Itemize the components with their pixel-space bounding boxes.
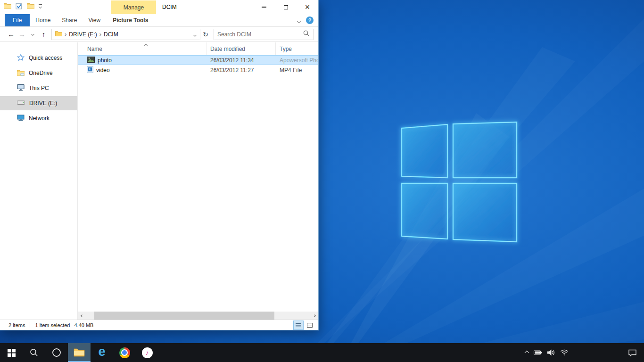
- explorer-window: Manage DCIM × File Home Share View Pictu…: [0, 0, 318, 330]
- column-header-type[interactable]: Type: [276, 42, 318, 55]
- tab-home[interactable]: Home: [30, 14, 56, 26]
- view-toggles: [294, 321, 314, 329]
- monitor-icon: [17, 84, 25, 92]
- close-button[interactable]: ×: [297, 0, 318, 14]
- scroll-left-icon[interactable]: [78, 312, 86, 320]
- sidebar-item-network[interactable]: Network: [0, 111, 77, 125]
- battery-icon[interactable]: [534, 350, 542, 355]
- itunes-taskbar-button[interactable]: ♪: [136, 343, 158, 362]
- sidebar-item-label: This PC: [29, 85, 49, 91]
- breadcrumb-drive[interactable]: DRIVE (E:): [69, 31, 97, 38]
- show-hidden-icons-chevron-icon[interactable]: [525, 351, 528, 354]
- status-bar: 2 items 1 item selected 4.40 MB: [0, 320, 318, 330]
- file-type-cell: Apowersoft Pho: [276, 57, 318, 64]
- back-button[interactable]: ←: [6, 30, 17, 38]
- recent-locations-caret-icon[interactable]: [27, 33, 38, 35]
- help-icon[interactable]: ?: [306, 16, 314, 24]
- system-tray: [525, 349, 569, 356]
- file-list-pane: Name Date modified Type photo 26/03/2012…: [78, 42, 318, 320]
- action-center-icon: [628, 349, 636, 356]
- sidebar-item-this-pc[interactable]: This PC: [0, 81, 77, 95]
- scrollbar-thumb[interactable]: [94, 312, 274, 320]
- file-type-cell: MP4 File: [276, 67, 318, 74]
- breadcrumb-separator-icon: ›: [99, 31, 101, 38]
- address-box[interactable]: › DRIVE (E:) › DCIM: [51, 29, 200, 40]
- itunes-icon: ♪: [142, 347, 153, 358]
- up-button[interactable]: ↑: [38, 30, 49, 38]
- file-name: video: [96, 67, 110, 74]
- selection-size: 4.40 MB: [74, 322, 93, 328]
- window-title: DCIM: [162, 4, 177, 10]
- contextual-tab-group-header[interactable]: Manage: [111, 0, 156, 14]
- star-icon: [17, 54, 25, 63]
- file-date-cell: 26/03/2012 11:34: [206, 57, 276, 64]
- qat-explorer-folder-icon[interactable]: [4, 3, 11, 9]
- sidebar-item-label: Quick access: [29, 55, 62, 61]
- minimize-button[interactable]: [253, 0, 275, 14]
- window-controls: ×: [253, 0, 318, 14]
- start-button[interactable]: [0, 343, 23, 362]
- tab-share[interactable]: Share: [56, 14, 83, 26]
- search-input[interactable]: [217, 31, 303, 38]
- qat-properties-check-icon[interactable]: [16, 2, 23, 9]
- cortana-button[interactable]: [45, 343, 68, 362]
- sidebar-item-label: OneDrive: [29, 70, 53, 76]
- sidebar-item-label: Network: [29, 115, 50, 122]
- items-count: 2 items: [8, 322, 25, 328]
- qat-new-folder-icon[interactable]: [27, 3, 34, 9]
- chrome-icon: [119, 347, 130, 358]
- file-row-photo[interactable]: photo 26/03/2012 11:34 Apowersoft Pho: [78, 55, 318, 65]
- tab-view[interactable]: View: [83, 14, 106, 26]
- ribbon-collapse-icon[interactable]: [297, 16, 300, 25]
- refresh-icon[interactable]: ↻: [200, 31, 211, 38]
- forward-button[interactable]: →: [17, 30, 27, 38]
- folder-icon: [74, 347, 85, 357]
- breadcrumb-dcim[interactable]: DCIM: [104, 31, 118, 38]
- taskbar-search-button[interactable]: [23, 343, 45, 362]
- column-header-name[interactable]: Name: [78, 42, 206, 55]
- horizontal-scrollbar[interactable]: [78, 312, 318, 320]
- cortana-ring-icon: [52, 348, 61, 357]
- search-icon[interactable]: [303, 30, 310, 39]
- edge-taskbar-button[interactable]: e: [91, 343, 113, 362]
- onedrive-cloud-folder-icon: [17, 69, 25, 77]
- drive-icon: [17, 100, 25, 107]
- address-bar-row: ← → ↑ › DRIVE (E:) › DCIM ↻: [0, 27, 318, 42]
- taskbar: e ♪: [0, 343, 644, 362]
- qat-customize-caret-icon[interactable]: [39, 4, 42, 8]
- sidebar-item-quick-access[interactable]: Quick access: [0, 51, 77, 65]
- sidebar-item-label: DRIVE (E:): [29, 100, 57, 107]
- file-date-cell: 26/03/2012 11:27: [206, 67, 276, 74]
- column-header-date-modified[interactable]: Date modified: [206, 42, 276, 55]
- file-name-cell: photo: [78, 57, 206, 64]
- sidebar-item-onedrive[interactable]: OneDrive: [0, 66, 77, 80]
- windows-logo-icon: [8, 349, 16, 357]
- location-folder-icon: [55, 31, 62, 38]
- column-header-label: Name: [87, 46, 102, 52]
- tab-picture-tools[interactable]: Picture Tools: [106, 14, 155, 26]
- video-file-icon: [87, 66, 93, 74]
- scroll-right-icon[interactable]: [310, 312, 318, 320]
- navigation-pane: Quick access OneDrive This PC: [0, 42, 78, 320]
- volume-icon[interactable]: [547, 349, 555, 356]
- file-explorer-taskbar-button[interactable]: [68, 343, 91, 362]
- address-dropdown-icon[interactable]: [192, 31, 198, 38]
- details-view-button[interactable]: [294, 321, 303, 329]
- sidebar-item-drive-e[interactable]: DRIVE (E:): [0, 96, 77, 110]
- search-icon: [30, 348, 38, 357]
- edge-icon: e: [98, 346, 105, 358]
- titlebar[interactable]: Manage DCIM ×: [0, 0, 318, 14]
- wifi-icon[interactable]: [560, 349, 569, 356]
- file-row-video[interactable]: video 26/03/2012 11:27 MP4 File: [78, 65, 318, 75]
- tab-file[interactable]: File: [5, 14, 30, 26]
- action-center-button[interactable]: [621, 343, 643, 362]
- desktop: Manage DCIM × File Home Share View Pictu…: [0, 0, 644, 362]
- maximize-button[interactable]: [275, 0, 297, 14]
- quick-access-toolbar: [4, 2, 42, 9]
- window-body: Quick access OneDrive This PC: [0, 42, 318, 320]
- scrollbar-track[interactable]: [86, 312, 310, 320]
- photo-thumbnail-icon: [87, 57, 95, 64]
- large-icons-view-button[interactable]: [305, 321, 314, 329]
- network-icon: [17, 115, 25, 123]
- chrome-taskbar-button[interactable]: [113, 343, 136, 362]
